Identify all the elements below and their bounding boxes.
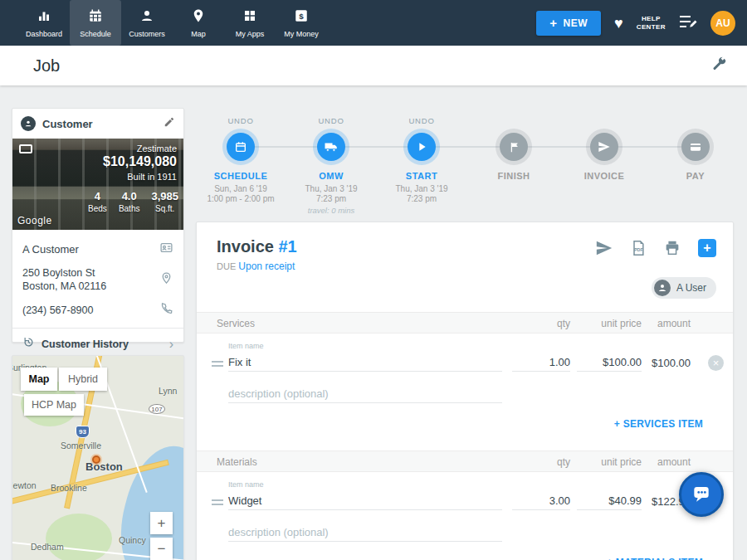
start-play-step-icon[interactable] — [408, 133, 436, 161]
step-invoice: INVOICE — [559, 108, 650, 220]
invoice-add-button[interactable]: + — [698, 239, 716, 257]
apps-grid-icon — [242, 8, 257, 27]
service-unit-price-input[interactable] — [577, 353, 642, 372]
nav-label: Customers — [129, 30, 165, 38]
material-unit-price-input[interactable] — [577, 492, 642, 510]
beds-stat: 4 Beds — [88, 190, 107, 213]
zestimate-value: $10,149,080 — [103, 154, 177, 169]
map-view-button[interactable]: Map — [21, 368, 57, 391]
help-center-line1: HELP — [637, 15, 666, 23]
service-qty-input[interactable] — [512, 353, 570, 372]
beds-label: Beds — [88, 204, 107, 213]
undo-omw-button[interactable]: UNDO — [286, 116, 377, 125]
map-label-dedham: Dedham — [31, 542, 64, 552]
job-location-marker[interactable] — [92, 455, 100, 464]
undo-schedule-button[interactable]: UNDO — [195, 116, 286, 125]
map-card[interactable]: Burlington Lynn Somerville Boston Newton… — [12, 355, 184, 560]
nav-my-money[interactable]: $ My Money — [276, 0, 327, 46]
step-date: Thu, Jan 3 '19 — [376, 184, 467, 194]
step-label: START — [376, 171, 467, 181]
material-qty-input[interactable] — [512, 492, 570, 510]
streetview-icon — [19, 144, 32, 153]
assigned-user-chip[interactable]: A User — [652, 277, 716, 299]
avatar-initials: AU — [715, 17, 730, 29]
material-item-name-input[interactable] — [228, 492, 502, 510]
schedule-step-icon[interactable] — [227, 133, 255, 161]
route-93-shield: 93 — [76, 426, 90, 438]
nav-schedule[interactable]: Schedule — [70, 0, 121, 46]
chat-fab-button[interactable] — [679, 472, 724, 517]
omw-truck-step-icon[interactable] — [317, 133, 345, 161]
edit-customer-icon[interactable] — [164, 116, 175, 131]
material-description-input[interactable] — [228, 523, 502, 542]
service-description-input[interactable] — [228, 385, 502, 403]
add-materials-item-link[interactable]: + MATERIALS ITEM — [607, 557, 703, 560]
step-date: Thu, Jan 3 '19 — [286, 184, 377, 194]
step-label: INVOICE — [559, 171, 650, 181]
finish-flag-step-icon[interactable] — [500, 133, 528, 161]
help-center-link[interactable]: HELP CENTER — [637, 15, 666, 32]
qty-column-header: qty — [504, 456, 570, 468]
customer-contact: A Customer 250 Boylston St Boston, MA 02… — [12, 230, 183, 323]
service-item-name-input[interactable] — [228, 353, 502, 372]
remove-item-icon[interactable]: × — [708, 355, 724, 371]
zoom-in-button[interactable]: + — [150, 512, 173, 534]
beds-value: 4 — [88, 190, 107, 202]
add-services-item-link[interactable]: + SERVICES ITEM — [614, 418, 703, 430]
zoom-out-button[interactable]: − — [150, 538, 173, 560]
user-avatar[interactable]: AU — [710, 11, 735, 36]
step-time: 7:23 pm — [286, 194, 377, 204]
contact-card-icon[interactable] — [159, 241, 173, 258]
customer-phone: (234) 567-8900 — [22, 304, 159, 317]
map-park — [46, 514, 112, 560]
notes-edit-icon[interactable] — [679, 14, 697, 32]
customer-card: Customer Zestimate $10,149,080 Built in … — [12, 108, 184, 343]
nav-customers[interactable]: Customers — [121, 0, 173, 46]
new-button[interactable]: + NEW — [536, 11, 601, 36]
step-omw: UNDO OMW Thu, Jan 3 '19 7:23 pm travel: … — [286, 108, 377, 220]
item-name-field-label: Item name — [228, 342, 264, 350]
zestimate-block: Zestimate $10,149,080 Built in 1911 — [103, 144, 177, 182]
drag-handle[interactable] — [212, 358, 223, 369]
chat-bubble-icon — [691, 483, 712, 507]
hybrid-view-button[interactable]: Hybrid — [59, 368, 107, 391]
materials-section: Materials qty unit price amount Item nam… — [197, 450, 733, 560]
step-label: OMW — [286, 171, 377, 181]
print-icon[interactable] — [663, 239, 681, 257]
location-pin-icon[interactable] — [159, 271, 173, 289]
due-terms-link[interactable]: Upon receipt — [238, 261, 295, 272]
money-icon: $ — [294, 8, 309, 27]
section-title: Services — [217, 318, 255, 329]
map-label-somerville: Somerville — [61, 441, 101, 450]
customer-address: 250 Boylston St Boston, MA 02116 — [22, 266, 159, 293]
pay-card-step-icon[interactable] — [681, 133, 710, 161]
customers-icon — [139, 8, 154, 27]
undo-start-button[interactable]: UNDO — [376, 116, 467, 125]
baths-label: Baths — [119, 204, 140, 213]
user-chip-avatar — [654, 280, 671, 296]
send-invoice-icon[interactable] — [595, 239, 613, 257]
svg-text:PDF: PDF — [634, 247, 644, 252]
page-header: Job — [0, 46, 747, 85]
pdf-icon[interactable]: PDF — [630, 239, 647, 257]
customer-address-row: 250 Boylston St Boston, MA 02116 — [22, 262, 173, 297]
services-header-band: Services qty unit price amount — [197, 312, 733, 334]
nav-my-apps[interactable]: My Apps — [224, 0, 276, 46]
phone-icon[interactable] — [159, 301, 173, 319]
page-title: Job — [33, 56, 60, 75]
nav-label: My Apps — [236, 30, 265, 38]
nav-map[interactable]: Map — [173, 0, 224, 46]
nav-dashboard[interactable]: Dashboard — [18, 0, 70, 46]
qty-column-header: qty — [504, 318, 570, 329]
heart-icon[interactable]: ♥ — [614, 16, 623, 31]
hcp-map-button[interactable]: HCP Map — [24, 394, 84, 416]
property-photo: Zestimate $10,149,080 Built in 1911 4 Be… — [12, 139, 183, 230]
nav-label: Map — [191, 30, 206, 38]
invoice-send-step-icon[interactable] — [590, 133, 618, 161]
invoice-card: Invoice #1 PDF + DUE Upon receipt A User… — [196, 222, 734, 560]
main-nav: Dashboard Schedule Customers Map My Apps… — [18, 0, 327, 46]
unit-price-column-header: unit price — [572, 456, 642, 468]
job-tools-icon[interactable] — [710, 56, 727, 75]
drag-handle[interactable] — [212, 497, 223, 508]
map-label-brookline: Brookline — [51, 483, 87, 493]
